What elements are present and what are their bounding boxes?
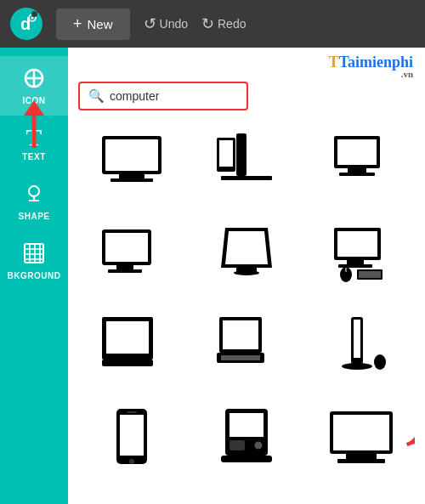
plus-icon: + [73, 15, 82, 33]
search-input[interactable] [110, 89, 237, 103]
computer-icon-7[interactable] [78, 304, 186, 389]
watermark-sub: .vn [329, 70, 413, 79]
sidebar-item-bkground[interactable]: BKGROUND [0, 231, 68, 291]
svg-rect-28 [337, 139, 377, 165]
svg-line-72 [407, 419, 415, 445]
content-area: TTaimienphi .vn 🔍 [68, 48, 425, 504]
computer-icon-5[interactable] [193, 212, 301, 297]
sidebar-bkground-label: BKGROUND [8, 271, 61, 280]
shape-icon [22, 182, 46, 209]
svg-rect-48 [106, 321, 149, 354]
computer-icon-4[interactable] [78, 212, 186, 297]
svg-point-56 [342, 363, 372, 370]
svg-rect-21 [119, 174, 144, 178]
svg-marker-36 [225, 231, 268, 264]
undo-icon: ↺ [144, 14, 156, 33]
toolbar: d + New ↺ Undo ↻ Redo [0, 0, 425, 48]
svg-rect-59 [120, 415, 144, 456]
new-label: New [88, 17, 113, 31]
svg-rect-64 [230, 440, 245, 450]
search-box[interactable]: 🔍 [78, 82, 248, 110]
svg-point-60 [129, 459, 134, 464]
svg-rect-25 [219, 140, 233, 167]
svg-rect-66 [221, 456, 272, 462]
search-container: 🔍 [78, 82, 415, 110]
svg-point-65 [254, 441, 263, 450]
undo-button[interactable]: ↺ Undo [144, 14, 188, 33]
sidebar-shape-label: SHAPE [19, 212, 50, 221]
undo-label: Undo [160, 17, 188, 31]
main-area: ICON T TEXT SHAPE [0, 48, 425, 504]
redo-button[interactable]: ↻ Redo [201, 14, 246, 33]
svg-rect-22 [110, 178, 153, 182]
svg-point-3 [31, 17, 34, 20]
sidebar-item-shape[interactable]: SHAPE [0, 172, 68, 231]
svg-rect-41 [347, 260, 364, 264]
svg-point-38 [234, 270, 259, 275]
svg-rect-55 [354, 320, 360, 358]
computer-icon-3[interactable] [307, 121, 415, 206]
svg-point-7 [29, 186, 39, 196]
svg-rect-26 [221, 176, 272, 180]
svg-rect-42 [338, 264, 372, 268]
svg-rect-29 [348, 168, 366, 173]
computer-icon-1[interactable] [78, 121, 186, 206]
computer-icon-12[interactable] [307, 396, 415, 481]
svg-rect-32 [105, 233, 148, 262]
svg-rect-34 [108, 269, 142, 273]
app-logo: d [10, 8, 42, 40]
icons-grid [78, 121, 415, 481]
computer-icon-6[interactable] [307, 212, 415, 297]
computer-icon-9[interactable] [307, 304, 415, 389]
icon-icon [22, 66, 46, 93]
svg-rect-53 [221, 355, 260, 360]
svg-rect-33 [116, 265, 133, 269]
svg-rect-40 [337, 231, 377, 257]
redo-label: Redo [218, 17, 246, 31]
svg-rect-51 [223, 320, 258, 349]
computer-icon-2[interactable] [193, 121, 301, 206]
svg-rect-69 [346, 454, 377, 459]
search-icon: 🔍 [88, 88, 105, 104]
new-button[interactable]: + New [56, 8, 130, 40]
redo-icon: ↻ [201, 14, 214, 33]
red-arrow-annotation [398, 401, 415, 473]
svg-rect-61 [127, 411, 137, 413]
bkground-icon [22, 241, 46, 269]
svg-rect-70 [337, 459, 385, 463]
computer-icon-10[interactable] [78, 396, 186, 481]
svg-rect-68 [333, 415, 389, 450]
svg-rect-44 [359, 271, 381, 278]
svg-marker-18 [24, 100, 44, 116]
svg-rect-30 [339, 173, 375, 176]
svg-rect-63 [230, 413, 264, 437]
watermark-main: TTaimienphi [329, 54, 413, 71]
computer-icon-8[interactable] [193, 304, 301, 389]
svg-point-57 [374, 354, 386, 370]
watermark: TTaimienphi .vn [329, 54, 413, 79]
svg-rect-49 [102, 360, 153, 366]
svg-rect-20 [105, 139, 158, 171]
svg-rect-23 [236, 133, 246, 176]
arrow-annotation [12, 97, 56, 156]
computer-icon-11[interactable] [193, 396, 301, 481]
sidebar: ICON T TEXT SHAPE [0, 48, 68, 504]
